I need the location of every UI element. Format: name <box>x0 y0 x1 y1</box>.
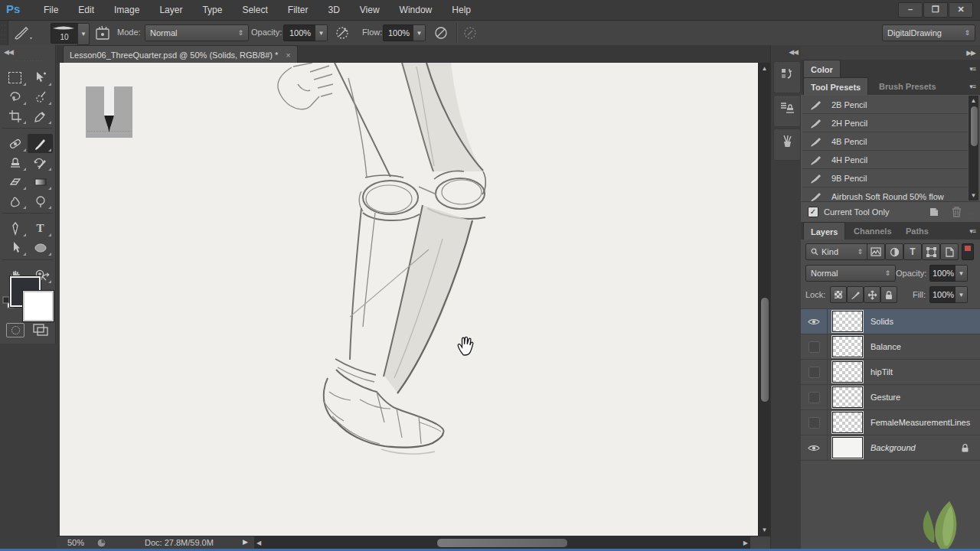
tab-channels[interactable]: Channels <box>847 222 899 240</box>
tool-preset-item[interactable]: 2H Pencil <box>802 114 968 132</box>
menu-image[interactable]: Image <box>104 0 149 20</box>
tab-layers[interactable]: Layers <box>803 222 845 240</box>
menu-edit[interactable]: Edit <box>68 0 104 20</box>
menu-help[interactable]: Help <box>442 0 481 20</box>
opacity-value[interactable]: 100% <box>283 24 317 41</box>
move-tool-icon[interactable] <box>28 68 53 87</box>
tool-preset-item[interactable]: Airbrush Soft Round 50% flow <box>802 187 968 201</box>
menu-layer[interactable]: Layer <box>149 0 192 20</box>
menu-view[interactable]: View <box>350 0 390 20</box>
panel-menu-icon[interactable]: ▾≡ <box>969 227 975 235</box>
lock-all-icon[interactable] <box>880 286 897 303</box>
pressure-size-icon[interactable] <box>462 25 478 41</box>
pressure-opacity-icon[interactable] <box>335 25 350 41</box>
scroll-down-icon[interactable]: ▼ <box>759 527 770 533</box>
tool-preset-item[interactable]: 4H Pencil <box>802 151 968 169</box>
filter-toggle[interactable] <box>962 243 974 260</box>
healing-brush-tool-icon[interactable] <box>2 134 28 153</box>
visibility-toggle[interactable] <box>801 309 828 334</box>
scroll-up-icon[interactable]: ▲ <box>969 97 978 104</box>
history-brush-tool-icon[interactable] <box>28 153 53 172</box>
fill-arrow-icon[interactable]: ▼ <box>956 286 968 303</box>
scroll-up-icon[interactable]: ▲ <box>759 65 770 72</box>
document-tab[interactable]: Lesson06_ThreeQuarter.psd @ 50% (Solids,… <box>63 45 298 64</box>
layer-thumbnail[interactable] <box>832 361 863 383</box>
visibility-toggle[interactable] <box>801 435 828 460</box>
menu-3d[interactable]: 3D <box>318 0 349 20</box>
layer-thumbnail[interactable] <box>832 311 863 332</box>
lock-transparency-icon[interactable] <box>830 286 847 303</box>
scroll-left-icon[interactable]: ◀ <box>256 540 261 546</box>
tool-preset-item[interactable]: 2B Pencil <box>802 96 968 114</box>
layer-thumbnail[interactable] <box>832 412 863 433</box>
visibility-toggle[interactable] <box>801 334 828 359</box>
history-panel-icon[interactable]: ······· <box>773 61 801 93</box>
menu-filter[interactable]: Filter <box>278 0 318 20</box>
tools-grip[interactable]: ·········· <box>15 59 44 64</box>
screen-mode-icon[interactable] <box>32 323 49 337</box>
flow-arrow-icon[interactable]: ▼ <box>413 24 426 41</box>
filter-smart-objects-icon[interactable] <box>940 243 959 260</box>
menu-type[interactable]: Type <box>192 0 232 20</box>
menu-select[interactable]: Select <box>232 0 277 20</box>
crop-tool-icon[interactable] <box>2 106 28 126</box>
lock-position-icon[interactable] <box>864 286 880 303</box>
shape-tool-icon[interactable] <box>28 238 53 257</box>
scroll-down-icon[interactable]: ▼ <box>969 192 978 199</box>
blend-mode-dropdown[interactable]: Normal⇕ <box>805 265 896 282</box>
layer-row[interactable]: Balance <box>801 334 980 360</box>
layer-row[interactable]: Solids <box>801 309 980 334</box>
toggle-brush-panel-icon[interactable] <box>94 24 111 41</box>
tab-tool-presets[interactable]: Tool Presets <box>803 77 868 96</box>
brush-tool-icon[interactable] <box>14 25 34 41</box>
tool-preset-item[interactable]: 4B Pencil <box>802 132 968 151</box>
vertical-scrollbar[interactable]: ▲ ▼ <box>758 63 770 536</box>
panel-menu-icon[interactable]: ▾≡ <box>969 83 975 90</box>
filter-kind-dropdown[interactable]: Kind⇕ <box>805 243 868 260</box>
expand-dock-icon[interactable]: ▶▶ <box>966 49 975 57</box>
gradient-tool-icon[interactable] <box>28 172 53 191</box>
restore-button[interactable]: ❐ <box>923 2 948 18</box>
brush-tool-selected-icon[interactable] <box>28 134 53 153</box>
scroll-right-icon[interactable]: ▶ <box>743 540 748 546</box>
presets-scroll-thumb[interactable] <box>970 106 978 147</box>
doc-size-info[interactable]: Doc: 27.8M/59.0M <box>145 538 214 547</box>
clone-stamp-tool-icon[interactable] <box>2 153 28 172</box>
opacity-arrow-icon[interactable]: ▼ <box>315 24 328 41</box>
zoom-level[interactable]: 50% <box>67 538 84 547</box>
tab-color[interactable]: Color <box>803 60 841 78</box>
layers-opacity-arrow-icon[interactable]: ▼ <box>956 265 968 282</box>
eyedropper-tool-icon[interactable] <box>28 106 53 126</box>
vertical-scroll-thumb[interactable] <box>760 297 769 403</box>
panel-resize-grip[interactable]: ······ <box>969 212 978 221</box>
layers-opacity-value[interactable]: 100% <box>929 265 957 282</box>
marquee-tool-icon[interactable] <box>2 68 28 87</box>
pen-tool-icon[interactable] <box>2 219 28 238</box>
type-tool-icon[interactable]: T <box>28 219 53 238</box>
clone-source-panel-icon[interactable]: ······· <box>773 95 801 127</box>
visibility-toggle[interactable] <box>801 385 828 409</box>
layer-row[interactable]: Gesture <box>801 385 980 410</box>
layer-row[interactable]: hipTilt <box>801 360 980 385</box>
fill-value[interactable]: 100% <box>929 286 957 303</box>
path-selection-tool-icon[interactable] <box>2 238 28 257</box>
layer-thumbnail[interactable] <box>832 437 863 458</box>
new-preset-icon[interactable] <box>928 206 940 218</box>
eraser-tool-icon[interactable] <box>2 172 28 191</box>
visibility-toggle[interactable] <box>801 410 828 435</box>
layer-row[interactable]: FemaleMeasurementLines <box>801 410 980 435</box>
layer-thumbnail[interactable] <box>832 336 863 357</box>
visibility-toggle[interactable] <box>801 360 828 384</box>
menu-file[interactable]: File <box>34 0 68 20</box>
mode-dropdown[interactable]: Normal⇕ <box>145 24 249 41</box>
tab-close-icon[interactable]: × <box>286 51 290 60</box>
workspace-switcher[interactable]: DigitalDrawing⇕ <box>882 24 975 41</box>
horizontal-scrollbar[interactable]: ◀ ▶ <box>254 536 750 549</box>
brush-panel-icon[interactable]: ······· <box>773 129 801 161</box>
panel-menu-icon[interactable]: ▾≡ <box>969 65 975 73</box>
tab-paths[interactable]: Paths <box>899 222 936 240</box>
filter-pixel-layers-icon[interactable] <box>867 243 885 260</box>
layer-row[interactable]: Background <box>801 435 980 461</box>
current-tool-only-checkbox[interactable]: ✓ <box>808 207 818 217</box>
canvas[interactable] <box>60 63 758 536</box>
